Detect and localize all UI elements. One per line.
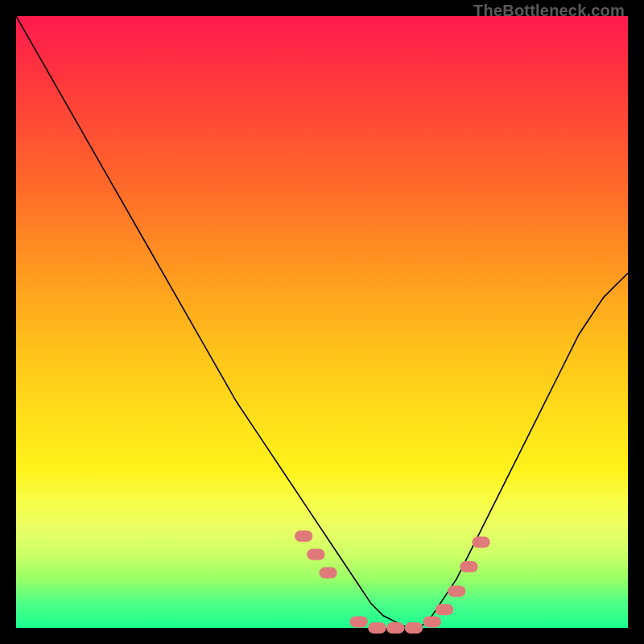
chart-frame — [16, 16, 628, 628]
highlight-marker — [423, 616, 441, 627]
highlight-marker — [460, 561, 477, 572]
highlight-marker — [386, 622, 404, 634]
chart-svg — [16, 16, 628, 628]
watermark-label: TheBottleneck.com — [473, 2, 625, 20]
bottleneck-curve — [16, 16, 628, 628]
highlight-marker — [349, 616, 367, 627]
highlight-marker — [307, 549, 324, 560]
highlight-marker — [368, 622, 386, 634]
highlight-marker — [405, 622, 423, 634]
highlight-marker — [295, 530, 312, 542]
highlight-marker-group — [295, 530, 490, 634]
highlight-marker — [472, 537, 489, 548]
highlight-marker — [436, 604, 453, 615]
highlight-marker — [319, 568, 336, 579]
highlight-marker — [448, 585, 465, 597]
